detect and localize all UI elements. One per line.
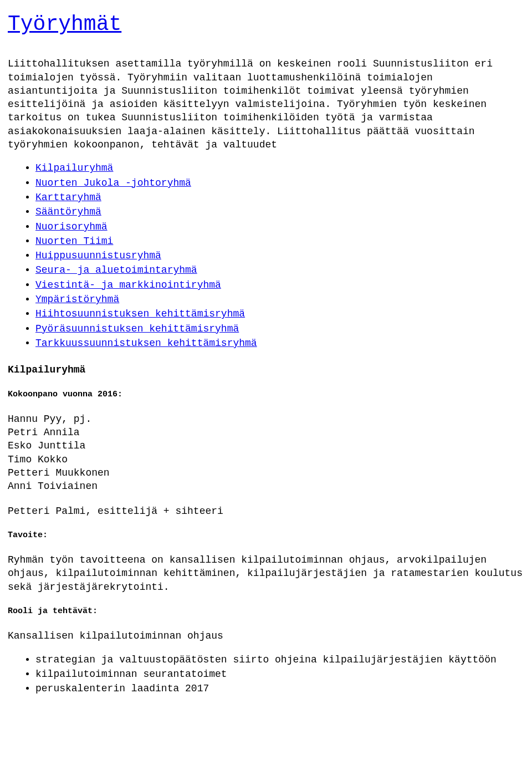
composition-label: Kokoonpano vuonna 2016: [8,389,524,400]
list-item: Huippusuunnistusryhmä [35,249,524,262]
list-item: Viestintä- ja markkinointiryhmä [35,278,524,292]
list-item: Nuorisoryhmä [35,220,524,233]
group-link[interactable]: Ympäristöryhmä [35,294,119,305]
task-item: peruskalenterin laadinta 2017 [35,682,524,695]
task-item: strategian ja valtuustopäätösten siirto … [35,653,524,666]
member-item: Petri Annila [8,426,524,439]
tasks-list: strategian ja valtuustopäätösten siirto … [8,653,524,696]
member-item: Petteri Muukkonen [8,466,524,480]
group-link[interactable]: Viestintä- ja markkinointiryhmä [35,279,221,290]
intro-paragraph: Liittohallituksen asettamilla työryhmill… [8,57,524,151]
group-links-list: Kilpailuryhmä Nuorten Jukola -johtoryhmä… [8,161,524,350]
tasks-heading: Kansallisen kilpailutoiminnan ohjaus [8,629,524,642]
list-item: Hiihtosuunnistuksen kehittämisryhmä [35,307,524,320]
page-title: Työryhmät [8,10,524,38]
group-link[interactable]: Tarkkuussuunnistuksen kehittämisryhmä [35,338,257,349]
group-link[interactable]: Hiihtosuunnistuksen kehittämisryhmä [35,308,245,319]
member-item: Esko Junttila [8,439,524,452]
list-item: Sääntöryhmä [35,205,524,218]
task-item: kilpailutoiminnan seurantatoimet [35,667,524,681]
group-link[interactable]: Karttaryhmä [35,192,101,203]
list-item: Nuorten Jukola -johtoryhmä [35,176,524,190]
group-link[interactable]: Nuorten Jukola -johtoryhmä [35,177,191,188]
list-item: Nuorten Tiimi [35,234,524,248]
list-item: Seura- ja aluetoimintaryhmä [35,263,524,277]
secretary-line: Petteri Palmi, esittelijä + sihteeri [8,504,524,518]
tasks-label: Rooli ja tehtävät: [8,606,524,617]
list-item: Tarkkuussuunnistuksen kehittämisryhmä [35,336,524,350]
member-item: Anni Toiviainen [8,480,524,493]
group-link[interactable]: Seura- ja aluetoimintaryhmä [35,264,197,276]
member-item: Hannu Pyy, pj. [8,412,524,426]
group-link[interactable]: Huippusuunnistusryhmä [35,250,161,261]
member-item: Timo Kokko [8,453,524,466]
group-link[interactable]: Sääntöryhmä [35,206,101,217]
member-list: Hannu Pyy, pj. Petri Annila Esko Junttil… [8,412,524,493]
list-item: Karttaryhmä [35,191,524,204]
goal-label: Tavoite: [8,530,524,541]
list-item: Ympäristöryhmä [35,293,524,306]
group-link[interactable]: Nuorten Tiimi [35,236,113,247]
list-item: Pyöräsuunnistuksen kehittämisryhmä [35,322,524,335]
goal-text: Ryhmän työn tavoitteena on kansallisen k… [8,553,524,594]
group-link[interactable]: Kilpailuryhmä [35,162,113,174]
group-link[interactable]: Pyöräsuunnistuksen kehittämisryhmä [35,323,239,334]
group-link[interactable]: Nuorisoryhmä [35,221,108,232]
list-item: Kilpailuryhmä [35,161,524,175]
section-heading-kilpailuryhma: Kilpailuryhmä [8,363,524,376]
